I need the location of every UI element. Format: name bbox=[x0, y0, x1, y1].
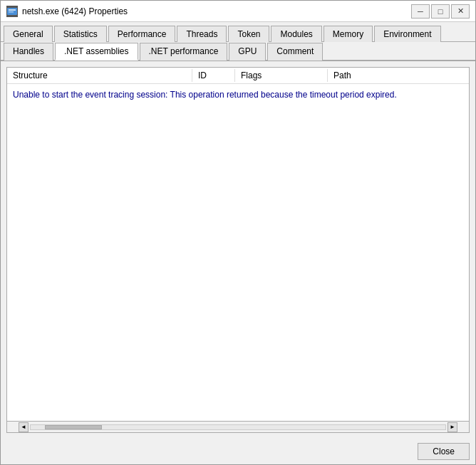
col-header-flags: Flags bbox=[235, 69, 328, 82]
main-window: netsh.exe (6424) Properties ─ □ ✕ Genera… bbox=[0, 0, 476, 465]
col-header-id: ID bbox=[192, 69, 235, 82]
close-button[interactable]: Close bbox=[418, 443, 470, 460]
assemblies-table: Structure ID Flags Path Unable to start … bbox=[6, 67, 470, 433]
bottom-bar: Close bbox=[1, 439, 475, 464]
tab-net-assemblies[interactable]: .NET assemblies bbox=[55, 43, 138, 61]
window-controls: ─ □ ✕ bbox=[411, 4, 470, 19]
title-bar: netsh.exe (6424) Properties ─ □ ✕ bbox=[1, 1, 475, 22]
scroll-right-arrow[interactable]: ► bbox=[447, 422, 457, 432]
tab-threads[interactable]: Threads bbox=[177, 26, 227, 42]
minimize-button[interactable]: ─ bbox=[411, 4, 430, 19]
tabs-row-2: Handles .NET assemblies .NET performance… bbox=[1, 42, 475, 61]
content-area: Structure ID Flags Path Unable to start … bbox=[1, 61, 475, 439]
table-body[interactable]: Unable to start the event tracing sessio… bbox=[7, 84, 469, 421]
tab-gpu[interactable]: GPU bbox=[229, 43, 266, 61]
col-header-path: Path bbox=[328, 69, 469, 82]
tab-memory[interactable]: Memory bbox=[324, 26, 373, 42]
tab-environment[interactable]: Environment bbox=[374, 26, 440, 42]
tabs-row-1: General Statistics Performance Threads T… bbox=[1, 22, 475, 42]
horizontal-scrollbar: ◄ ► bbox=[7, 421, 469, 432]
tab-handles[interactable]: Handles bbox=[4, 43, 53, 61]
tab-token[interactable]: Token bbox=[228, 26, 269, 42]
scroll-left-arrow[interactable]: ◄ bbox=[19, 422, 29, 432]
scroll-track[interactable] bbox=[30, 424, 446, 430]
tab-net-performance[interactable]: .NET performance bbox=[140, 43, 228, 61]
tab-statistics[interactable]: Statistics bbox=[54, 26, 107, 42]
tab-performance[interactable]: Performance bbox=[108, 26, 176, 42]
svg-rect-2 bbox=[9, 11, 14, 13]
restore-button[interactable]: □ bbox=[431, 4, 450, 19]
svg-rect-1 bbox=[9, 9, 16, 11]
error-message: Unable to start the event tracing sessio… bbox=[7, 84, 469, 105]
tab-modules[interactable]: Modules bbox=[271, 26, 321, 42]
tab-comment[interactable]: Comment bbox=[267, 43, 323, 61]
table-header: Structure ID Flags Path bbox=[7, 68, 469, 84]
tab-general[interactable]: General bbox=[4, 26, 53, 42]
col-header-structure: Structure bbox=[7, 69, 192, 82]
window-title: netsh.exe (6424) Properties bbox=[22, 6, 411, 16]
window-icon bbox=[6, 6, 18, 17]
close-window-button[interactable]: ✕ bbox=[451, 4, 470, 19]
scroll-thumb[interactable] bbox=[45, 425, 102, 429]
